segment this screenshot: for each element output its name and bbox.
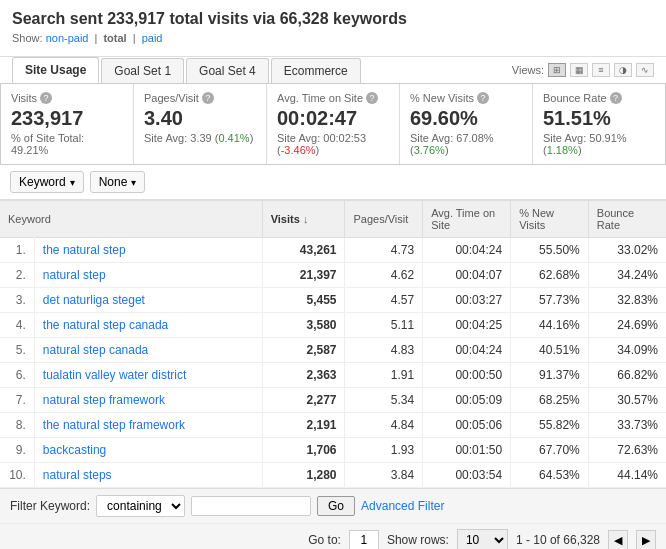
keyword-filter-dropdown[interactable]: Keyword: [10, 171, 84, 193]
row-new-visits: 64.53%: [511, 463, 589, 488]
filter-keyword-input[interactable]: [191, 496, 311, 516]
row-visits: 1,706: [262, 438, 345, 463]
show-total-link[interactable]: total: [103, 32, 126, 44]
row-keyword[interactable]: the natural step canada: [34, 313, 262, 338]
metric-visits: Visits ? 233,917 % of Site Total: 49.21%: [1, 84, 134, 164]
row-keyword[interactable]: the natural step framework: [34, 413, 262, 438]
row-num: 6.: [0, 363, 34, 388]
view-bar-icon[interactable]: ▦: [570, 63, 588, 77]
row-new-visits: 62.68%: [511, 263, 589, 288]
advanced-filter-link[interactable]: Advanced Filter: [361, 499, 444, 513]
secondary-filter-dropdown[interactable]: None: [90, 171, 146, 193]
row-avg-time: 00:04:24: [423, 338, 511, 363]
row-pages-visit: 5.11: [345, 313, 423, 338]
metric-visits-sub: % of Site Total: 49.21%: [11, 132, 123, 156]
table-row: 10. natural steps 1,280 3.84 00:03:54 64…: [0, 463, 666, 488]
th-visits[interactable]: Visits ↓: [262, 201, 345, 238]
row-num: 4.: [0, 313, 34, 338]
filter-keyword-label: Filter Keyword:: [10, 499, 90, 513]
table-row: 2. natural step 21,397 4.62 00:04:07 62.…: [0, 263, 666, 288]
row-visits: 2,277: [262, 388, 345, 413]
row-new-visits: 67.70%: [511, 438, 589, 463]
table-controls: Keyword None: [0, 165, 666, 200]
row-bounce-rate: 33.02%: [588, 238, 666, 263]
metric-br-value: 51.51%: [543, 106, 655, 130]
row-bounce-rate: 34.09%: [588, 338, 666, 363]
metric-visits-help[interactable]: ?: [40, 92, 52, 104]
row-new-visits: 91.37%: [511, 363, 589, 388]
view-sparkline-icon[interactable]: ∿: [636, 63, 654, 77]
row-pages-visit: 4.73: [345, 238, 423, 263]
row-num: 5.: [0, 338, 34, 363]
metric-time-help[interactable]: ?: [366, 92, 378, 104]
row-visits: 2,587: [262, 338, 345, 363]
show-label: Show:: [12, 32, 43, 44]
row-pages-visit: 4.62: [345, 263, 423, 288]
tab-ecommerce[interactable]: Ecommerce: [271, 58, 361, 83]
tabs-bar: Site Usage Goal Set 1 Goal Set 4 Ecommer…: [12, 57, 654, 83]
row-keyword[interactable]: natural step: [34, 263, 262, 288]
tab-site-usage[interactable]: Site Usage: [12, 57, 99, 83]
row-avg-time: 00:01:50: [423, 438, 511, 463]
view-grid-icon[interactable]: ⊞: [548, 63, 566, 77]
show-rows-label: Show rows:: [387, 533, 449, 547]
row-avg-time: 00:04:25: [423, 313, 511, 338]
metric-ppv-value: 3.40: [144, 106, 256, 130]
views-controls: Views: ⊞ ▦ ≡ ◑ ∿: [512, 63, 654, 77]
th-pages-visit[interactable]: Pages/Visit: [345, 201, 423, 238]
tab-goal-set-4[interactable]: Goal Set 4: [186, 58, 269, 83]
row-visits: 5,455: [262, 288, 345, 313]
metric-ppv-sub: Site Avg: 3.39 (0.41%): [144, 132, 256, 144]
row-new-visits: 55.82%: [511, 413, 589, 438]
metric-ppv-label: Pages/Visit: [144, 92, 199, 104]
tab-goal-set-1[interactable]: Goal Set 1: [101, 58, 184, 83]
row-keyword[interactable]: tualatin valley water district: [34, 363, 262, 388]
metric-br-help[interactable]: ?: [610, 92, 622, 104]
show-row: Show: non-paid | total | paid: [12, 32, 654, 44]
row-keyword[interactable]: the natural step: [34, 238, 262, 263]
pagination-row: Go to: Show rows: 10 25 50 100 1 - 10 of…: [0, 523, 666, 549]
row-keyword[interactable]: backcasting: [34, 438, 262, 463]
show-non-paid-link[interactable]: non-paid: [46, 32, 89, 44]
row-pages-visit: 3.84: [345, 463, 423, 488]
filter-containing-select[interactable]: containing: [96, 495, 185, 517]
views-label: Views:: [512, 64, 544, 76]
row-new-visits: 55.50%: [511, 238, 589, 263]
prev-page-button[interactable]: ◀: [608, 530, 628, 549]
row-visits: 3,580: [262, 313, 345, 338]
row-keyword[interactable]: det naturliga steget: [34, 288, 262, 313]
metric-ppv-help[interactable]: ?: [202, 92, 214, 104]
row-num: 10.: [0, 463, 34, 488]
row-keyword[interactable]: natural step canada: [34, 338, 262, 363]
metric-time-label: Avg. Time on Site: [277, 92, 363, 104]
filter-row: Filter Keyword: containing Go Advanced F…: [0, 488, 666, 523]
show-paid-link[interactable]: paid: [142, 32, 163, 44]
th-bounce-rate[interactable]: Bounce Rate: [588, 201, 666, 238]
goto-input[interactable]: [349, 530, 379, 549]
show-rows-select[interactable]: 10 25 50 100: [457, 529, 508, 549]
metric-time-value: 00:02:47: [277, 106, 389, 130]
row-avg-time: 00:05:06: [423, 413, 511, 438]
next-page-button[interactable]: ▶: [636, 530, 656, 549]
row-bounce-rate: 66.82%: [588, 363, 666, 388]
th-new-visits[interactable]: % New Visits: [511, 201, 589, 238]
row-visits: 43,261: [262, 238, 345, 263]
row-keyword[interactable]: natural step framework: [34, 388, 262, 413]
view-pie-icon[interactable]: ◑: [614, 63, 632, 77]
row-bounce-rate: 30.57%: [588, 388, 666, 413]
filter-go-button[interactable]: Go: [317, 496, 355, 516]
th-keyword[interactable]: Keyword: [0, 201, 262, 238]
view-list-icon[interactable]: ≡: [592, 63, 610, 77]
metric-nv-label: % New Visits: [410, 92, 474, 104]
row-keyword[interactable]: natural steps: [34, 463, 262, 488]
row-bounce-rate: 34.24%: [588, 263, 666, 288]
th-avg-time[interactable]: Avg. Time on Site: [423, 201, 511, 238]
row-num: 2.: [0, 263, 34, 288]
row-pages-visit: 4.83: [345, 338, 423, 363]
row-bounce-rate: 72.63%: [588, 438, 666, 463]
metric-pages-visit: Pages/Visit ? 3.40 Site Avg: 3.39 (0.41%…: [134, 84, 267, 164]
metric-visits-label: Visits: [11, 92, 37, 104]
row-visits: 2,363: [262, 363, 345, 388]
metric-visits-value: 233,917: [11, 106, 123, 130]
metric-nv-help[interactable]: ?: [477, 92, 489, 104]
